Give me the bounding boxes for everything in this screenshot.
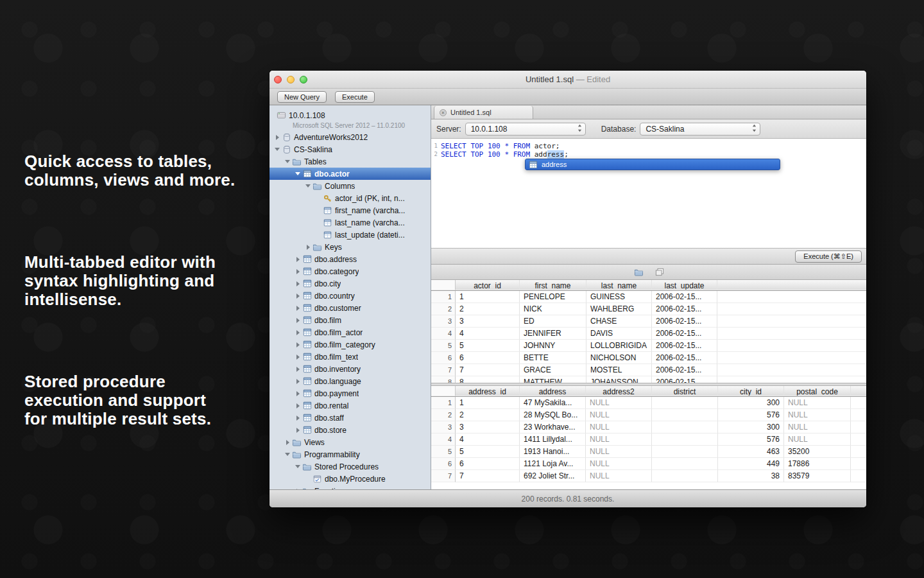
disclosure-triangle-icon[interactable] <box>294 290 302 302</box>
execute-toolbar-button[interactable]: Execute <box>335 91 375 103</box>
grid-row[interactable]: 2228 MySQL Bo...NULL576NULL <box>431 409 866 421</box>
sql-editor[interactable]: 1SELECT TOP 100 * FROM actor;2SELECT TOP… <box>431 139 866 248</box>
disclosure-triangle-icon[interactable] <box>294 302 302 314</box>
tree-item-dbo-payment[interactable]: dbo.payment <box>270 387 431 399</box>
copy-results-icon[interactable] <box>655 268 664 276</box>
tree-item-dbo-staff[interactable]: dbo.staff <box>270 412 431 424</box>
execute-shortcut-button[interactable]: Execute (⌘⇧E) <box>795 250 862 263</box>
disclosure-triangle-icon[interactable] <box>294 485 302 489</box>
tree-item-dbo-film-actor[interactable]: dbo.film_actor <box>270 326 431 338</box>
tree-item-last-name-varcha[interactable]: last_name (varcha... <box>270 216 431 229</box>
tree-item-stored-procedures[interactable]: Stored Procedures <box>270 460 431 473</box>
tree-item-actor-id-pk-int-n[interactable]: actor_id (PK, int, n... <box>270 192 431 204</box>
tree-item-dbo-category[interactable]: dbo.category <box>270 265 431 277</box>
disclosure-triangle-icon[interactable] <box>294 168 302 180</box>
disclosure-triangle-icon[interactable] <box>304 241 312 253</box>
column-header-actor-id[interactable]: actor_id <box>456 280 520 290</box>
grid-row[interactable]: 66BETTENICHOLSON2006-02-15... <box>431 352 866 364</box>
disclosure-triangle-icon[interactable] <box>294 424 302 436</box>
tree-item-programmability[interactable]: Programmability <box>270 448 431 460</box>
disclosure-triangle-icon[interactable] <box>294 326 302 338</box>
disclosure-triangle-icon[interactable] <box>294 387 302 399</box>
tree-item-adventureworks2012[interactable]: AdventureWorks2012 <box>270 131 431 143</box>
disclosure-triangle-icon[interactable] <box>294 460 302 473</box>
grid-row[interactable]: 77692 Joliet Str...NULL3883579 <box>431 470 866 482</box>
column-header-address-id[interactable]: address_id <box>456 386 520 396</box>
column-header-district[interactable]: district <box>652 386 718 396</box>
tree-item-label: dbo.inventory <box>312 365 361 374</box>
column-header-address2[interactable]: address2 <box>586 386 652 396</box>
tree-item-dbo-film-category[interactable]: dbo.film_category <box>270 338 431 351</box>
grid-row[interactable]: 11PENELOPEGUINESS2006-02-15... <box>431 291 866 303</box>
disclosure-triangle-icon[interactable] <box>294 363 302 375</box>
disclosure-triangle-icon[interactable] <box>304 180 312 192</box>
disclosure-triangle-icon[interactable] <box>284 448 291 460</box>
disclosure-triangle-icon[interactable] <box>273 131 281 143</box>
tree-item-dbo-language[interactable]: dbo.language <box>270 375 431 387</box>
tree-item-dbo-inventory[interactable]: dbo.inventory <box>270 363 431 375</box>
disclosure-triangle-icon[interactable] <box>294 277 302 290</box>
grid-row[interactable]: 77GRACEMOSTEL2006-02-15... <box>431 364 866 376</box>
column-header-address[interactable]: address <box>520 386 586 396</box>
tree-item-dbo-film-text[interactable]: dbo.film_text <box>270 351 431 363</box>
grid-row[interactable]: 441411 Lillydal...NULL576NULL <box>431 434 866 446</box>
tree-item-dbo-store[interactable]: dbo.store <box>270 424 431 436</box>
tree-item-last-update-dateti[interactable]: last_update (dateti... <box>270 229 431 241</box>
tree-item-10-0-1-108[interactable]: 10.0.1.108 <box>270 109 431 121</box>
tab-untitled-1-sql[interactable]: ✕ Untitled 1.sql <box>434 106 533 119</box>
tree-item-dbo-address[interactable]: dbo.address <box>270 253 431 265</box>
disclosure-triangle-icon[interactable] <box>294 265 302 277</box>
tree-item-cs-saklina[interactable]: CS-Saklina <box>270 143 431 155</box>
grid-cell: 7 <box>456 364 520 376</box>
tree-item-label: dbo.country <box>312 292 355 301</box>
tree-item-views[interactable]: Views <box>270 436 431 448</box>
grid-row[interactable]: 661121 Loja Av...NULL44917886 <box>431 458 866 470</box>
server-select[interactable]: 10.0.1.108 <box>465 123 586 136</box>
disclosure-triangle-icon[interactable] <box>294 314 302 326</box>
column-header-postal-code[interactable]: postal_code <box>784 386 851 396</box>
grid-row[interactable]: 33EDCHASE2006-02-15... <box>431 315 866 328</box>
tree-item-keys[interactable]: Keys <box>270 241 431 253</box>
disclosure-triangle-icon[interactable] <box>294 351 302 363</box>
grid-row[interactable]: 44JENNIFERDAVIS2006-02-15... <box>431 328 866 340</box>
grid-row[interactable]: 55JOHNNYLOLLOBRIGIDA2006-02-15... <box>431 340 866 352</box>
grid-row[interactable]: 551913 Hanoi...NULL46335200 <box>431 446 866 458</box>
grid-row[interactable]: 22NICKWAHLBERG2006-02-15... <box>431 303 866 315</box>
tree-item-dbo-rental[interactable]: dbo.rental <box>270 399 431 412</box>
disclosure-triangle-icon[interactable] <box>294 412 302 424</box>
export-results-icon[interactable] <box>634 268 644 276</box>
disclosure-triangle-icon[interactable] <box>294 375 302 387</box>
column-header-last-name[interactable]: last_name <box>586 280 652 290</box>
column-header-last-update[interactable]: last_update <box>652 280 717 290</box>
tree-item-dbo-myprocedure[interactable]: dbo.MyProcedure <box>270 473 431 485</box>
disclosure-triangle-icon[interactable] <box>284 436 291 448</box>
disclosure-triangle-icon[interactable] <box>294 338 302 351</box>
column-header-first-name[interactable]: first_name <box>520 280 586 290</box>
disclosure-triangle-icon[interactable] <box>273 143 281 155</box>
tree-item-tables[interactable]: Tables <box>270 155 431 168</box>
tree-item-dbo-actor[interactable]: dbo.actor <box>270 168 431 180</box>
tree-item-dbo-customer[interactable]: dbo.customer <box>270 302 431 314</box>
tree-item-dbo-film[interactable]: dbo.film <box>270 314 431 326</box>
tab-close-icon[interactable]: ✕ <box>440 109 447 116</box>
grid-row[interactable]: 88MATTHEWJOHANSSON2006-02-15... <box>431 376 866 383</box>
database-select-value: CS-Saklina <box>646 125 684 134</box>
grid-row[interactable]: 1147 MySakila...NULL300NULL <box>431 397 866 409</box>
tree-item-dbo-country[interactable]: dbo.country <box>270 290 431 302</box>
row-filler <box>851 434 866 446</box>
tree-item-first-name-varcha[interactable]: first_name (varcha... <box>270 204 431 216</box>
disclosure-triangle-icon[interactable] <box>284 155 291 168</box>
row-number: 1 <box>431 291 456 303</box>
column-header-city-id[interactable]: city_id <box>718 386 784 396</box>
tree-item-columns[interactable]: Columns <box>270 180 431 192</box>
database-select[interactable]: CS-Saklina <box>640 123 760 136</box>
tree-item-dbo-city[interactable]: dbo.city <box>270 277 431 290</box>
disclosure-triangle-icon[interactable] <box>294 253 302 265</box>
new-query-button[interactable]: New Query <box>277 91 327 103</box>
tree-item-functions[interactable]: Functions <box>270 485 431 489</box>
disclosure-triangle-icon[interactable] <box>294 399 302 412</box>
autocomplete-popup[interactable]: address <box>525 159 780 170</box>
grid-cell: DAVIS <box>586 328 652 340</box>
window-titlebar[interactable]: Untitled 1.sql — Edited <box>270 71 866 89</box>
grid-row[interactable]: 3323 Workhave...NULL300NULL <box>431 421 866 434</box>
